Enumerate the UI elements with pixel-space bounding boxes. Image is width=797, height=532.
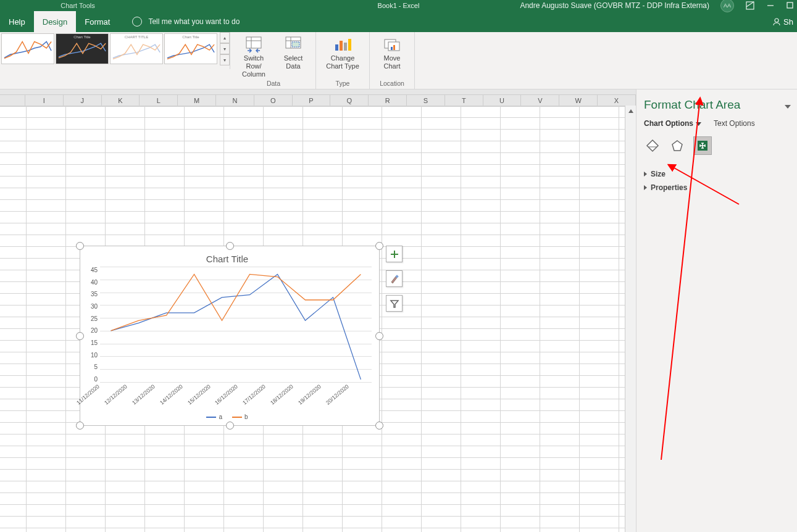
tell-me-label: Tell me what you want to do — [148, 17, 240, 26]
change-chart-type-button[interactable]: Change Chart Type — [319, 33, 367, 72]
legend-item[interactable]: b — [232, 414, 248, 420]
svg-rect-10 — [292, 42, 299, 47]
svg-marker-25 — [696, 122, 701, 126]
user-avatar[interactable]: AA — [720, 0, 734, 12]
brush-icon — [390, 274, 399, 284]
column-header[interactable]: L — [140, 95, 178, 106]
pane-tab-chart-options[interactable]: Chart Options — [644, 119, 701, 128]
tab-format[interactable]: Format — [76, 11, 119, 32]
column-header[interactable]: P — [293, 95, 331, 106]
column-header[interactable]: U — [483, 95, 522, 106]
column-header[interactable]: R — [369, 95, 407, 106]
chart-style-thumb[interactable]: CHART TITLE — [110, 33, 163, 64]
pane-menu-button[interactable] — [785, 103, 791, 112]
ribbon-group-location: Move Chart Location — [370, 32, 415, 89]
effects-icon[interactable] — [669, 137, 686, 154]
column-header[interactable]: O — [254, 95, 293, 106]
switch-row-column-icon — [244, 35, 264, 54]
ribbon-group-label: Type — [336, 80, 350, 89]
gallery-scroll-up[interactable]: ▴ — [220, 32, 230, 43]
gallery-more[interactable]: ▾ — [220, 54, 230, 65]
svg-marker-26 — [647, 140, 658, 151]
x-tick-label: 18/12/2020 — [269, 383, 294, 406]
tab-design[interactable]: Design — [34, 11, 76, 32]
move-chart-button[interactable]: Move Chart — [372, 33, 412, 72]
fill-line-icon[interactable] — [644, 137, 661, 154]
scroll-up-icon[interactable] — [625, 106, 636, 116]
y-tick-label: 20 — [85, 327, 98, 334]
chart-style-thumb[interactable]: Chart Title — [56, 33, 109, 64]
column-header[interactable]: X — [598, 95, 636, 106]
share-icon — [772, 17, 781, 26]
titlebar: Chart Tools Book1 - Excel Andre Augusto … — [0, 0, 797, 11]
maximize-icon[interactable] — [786, 1, 795, 10]
y-tick-label: 15 — [85, 339, 98, 346]
ribbon-tabs: Help Design Format Tell me what you want… — [0, 11, 797, 32]
series-line[interactable] — [111, 274, 361, 379]
y-tick-label: 35 — [85, 291, 98, 297]
svg-rect-14 — [348, 39, 351, 51]
chart-styles-button[interactable] — [386, 270, 403, 287]
ribbon-display-options-icon[interactable] — [745, 1, 755, 10]
pane-tab-text-options[interactable]: Text Options — [714, 119, 755, 128]
column-header[interactable]: K — [102, 95, 140, 106]
chart-style-thumb[interactable]: Chart Title — [164, 33, 217, 64]
chart-filter-button[interactable] — [386, 295, 403, 312]
switch-row-column-button[interactable]: Switch Row/ Column — [234, 33, 273, 80]
chart-title[interactable]: Chart Title — [83, 251, 372, 267]
column-header[interactable]: I — [25, 95, 64, 106]
column-header[interactable]: M — [178, 95, 216, 106]
share-button[interactable]: Sh — [772, 11, 797, 32]
chart-legend[interactable]: ab — [83, 412, 372, 423]
svg-rect-13 — [344, 43, 347, 51]
chart-styles-gallery[interactable]: Chart Title CHART TITLE Chart Title ▴ ▾ … — [0, 32, 230, 69]
resize-handle[interactable] — [226, 242, 234, 250]
column-header[interactable]: V — [521, 95, 559, 106]
resize-handle[interactable] — [375, 422, 383, 430]
chart-add-element-button[interactable] — [386, 246, 403, 262]
column-header[interactable]: W — [559, 95, 598, 106]
column-header[interactable]: Q — [330, 95, 369, 106]
move-chart-icon — [382, 35, 402, 54]
y-tick-label: 5 — [85, 364, 98, 370]
size-properties-icon[interactable] — [693, 136, 712, 155]
tab-help[interactable]: Help — [0, 11, 34, 32]
plot-area[interactable] — [100, 267, 372, 383]
column-header[interactable]: N — [216, 95, 254, 106]
resize-handle[interactable] — [76, 422, 84, 430]
legend-item[interactable]: a — [206, 414, 222, 420]
ribbon-group-label: Data — [267, 80, 280, 89]
x-tick-label: 14/12/2020 — [159, 383, 184, 406]
column-header[interactable]: S — [407, 95, 445, 106]
resize-handle[interactable] — [375, 332, 383, 340]
resize-handle[interactable] — [375, 242, 383, 250]
svg-rect-17 — [391, 47, 393, 50]
pane-section-properties[interactable]: Properties — [644, 181, 790, 194]
minimize-icon[interactable] — [766, 1, 775, 10]
chart-object[interactable]: Chart Title 051015202530354045 11/12/202… — [80, 246, 380, 426]
ribbon-group-label: Location — [380, 80, 404, 89]
plus-icon — [390, 249, 399, 259]
series-line[interactable] — [111, 274, 361, 330]
column-header[interactable]: J — [64, 95, 102, 106]
chart-style-thumb[interactable] — [1, 33, 54, 64]
select-data-button[interactable]: Select Data — [273, 33, 313, 72]
tell-me-search[interactable]: Tell me what you want to do — [132, 11, 240, 32]
y-tick-label: 0 — [85, 376, 98, 383]
format-pane: Format Chart Area Chart Options Text Opt… — [636, 89, 797, 532]
user-name: Andre Augusto Suave (GOVBR MTZ - DDP Inf… — [520, 1, 709, 10]
x-tick-label: 20/12/2020 — [325, 383, 350, 406]
resize-handle[interactable] — [76, 242, 84, 250]
x-tick-label: 19/12/2020 — [297, 383, 322, 406]
column-header[interactable]: T — [445, 95, 483, 106]
pane-section-size[interactable]: Size — [644, 167, 790, 181]
y-tick-label: 25 — [85, 315, 98, 322]
gallery-scroll-down[interactable]: ▾ — [220, 43, 230, 54]
pane-title: Format Chart Area — [644, 98, 790, 112]
vertical-scrollbar[interactable] — [625, 106, 636, 532]
resize-handle[interactable] — [76, 332, 84, 340]
resize-handle[interactable] — [226, 422, 234, 430]
svg-marker-19 — [628, 109, 633, 113]
svg-marker-24 — [785, 105, 791, 109]
worksheet-area[interactable]: IJKLMNOPQRSTUVWX Chart Title 05101520253… — [0, 89, 636, 532]
